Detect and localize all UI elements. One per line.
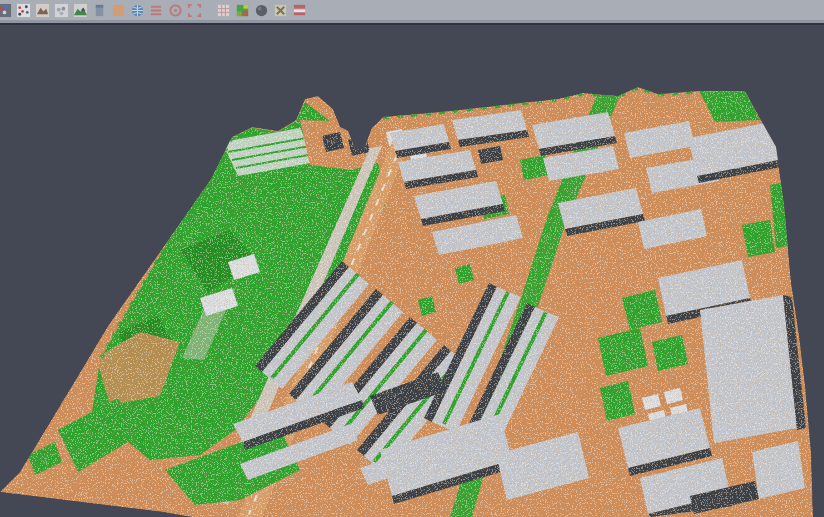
3d-viewport[interactable] bbox=[0, 25, 824, 517]
scene-canvas[interactable] bbox=[0, 25, 824, 517]
points-multicolor-icon[interactable] bbox=[0, 3, 12, 18]
red-lines-icon[interactable] bbox=[149, 3, 164, 18]
terrain-green-icon[interactable] bbox=[73, 3, 88, 18]
target-icon[interactable] bbox=[168, 3, 183, 18]
toolbar bbox=[0, 0, 824, 20]
points-gray-icon[interactable] bbox=[54, 3, 69, 18]
classification-map-icon[interactable] bbox=[235, 3, 250, 18]
pointcloud-noise-dark bbox=[0, 25, 824, 517]
toolbar-separator bbox=[206, 3, 212, 18]
dark-sphere-icon[interactable] bbox=[254, 3, 269, 18]
column-blue-icon[interactable] bbox=[92, 3, 107, 18]
application-window bbox=[0, 0, 824, 517]
globe-icon[interactable] bbox=[130, 3, 145, 18]
grid-red-icon[interactable] bbox=[216, 3, 231, 18]
ground-orange-icon[interactable] bbox=[111, 3, 126, 18]
toolbar-icons bbox=[0, 3, 307, 18]
classified-points-icon[interactable] bbox=[16, 3, 31, 18]
flag-red-icon[interactable] bbox=[292, 3, 307, 18]
terrain-brown-icon[interactable] bbox=[35, 3, 50, 18]
measure-x-icon[interactable] bbox=[273, 3, 288, 18]
selection-brackets-icon[interactable] bbox=[187, 3, 202, 18]
